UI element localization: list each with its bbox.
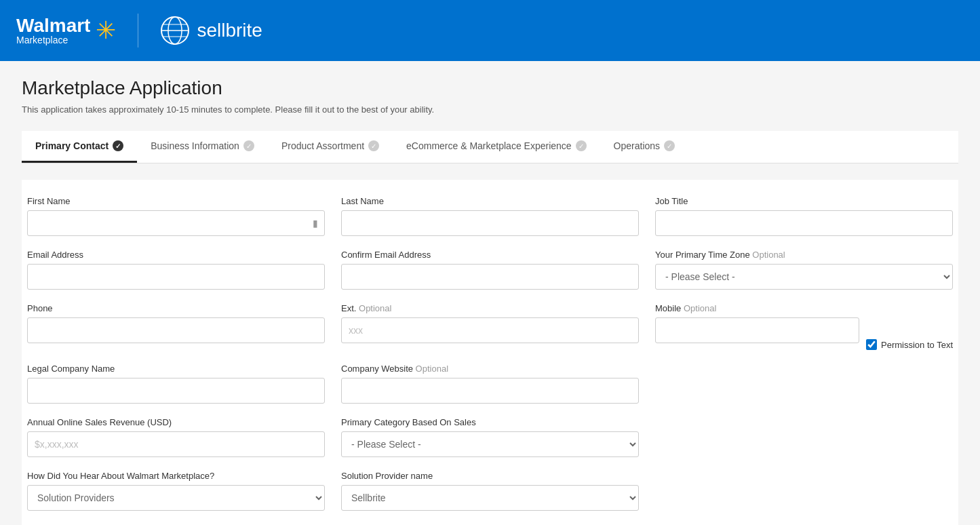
email-group: Email Address xyxy=(27,250,325,290)
timezone-select[interactable]: - Please Select - Eastern Time (ET) Cent… xyxy=(655,264,953,290)
form-row-1: First Name ▮ Last Name Job Title xyxy=(22,196,958,236)
first-name-input[interactable] xyxy=(27,210,325,236)
sellbrite-globe-icon xyxy=(160,16,190,45)
legal-company-input[interactable] xyxy=(27,378,325,404)
company-website-group: Company Website Optional xyxy=(341,364,639,404)
form-row-6: How Did You Hear About Walmart Marketpla… xyxy=(22,471,958,511)
spacer-group-3 xyxy=(655,471,953,511)
annual-revenue-group: Annual Online Sales Revenue (USD) xyxy=(27,417,325,457)
timezone-label: Your Primary Time Zone Optional xyxy=(655,250,953,260)
tab-primary-contact[interactable]: Primary Contact ✓ xyxy=(22,131,137,163)
tab-operations-label: Operations xyxy=(614,140,660,151)
tab-business-information[interactable]: Business Information ✓ xyxy=(137,131,268,163)
permission-to-text-checkbox[interactable] xyxy=(866,339,877,350)
job-title-input[interactable] xyxy=(655,210,953,236)
email-label: Email Address xyxy=(27,250,325,260)
page-subtitle: This application takes approximately 10-… xyxy=(22,104,958,115)
company-website-label: Company Website Optional xyxy=(341,364,639,374)
primary-category-label: Primary Category Based On Sales xyxy=(341,417,639,427)
mobile-group: Mobile Optional Permission to Text xyxy=(655,303,953,350)
solution-provider-select[interactable]: Sellbrite ChannelAdvisor Feedonomics xyxy=(341,485,639,511)
mobile-row: Permission to Text xyxy=(655,317,953,350)
tab-product-assortment-label: Product Assortment xyxy=(281,140,364,151)
walmart-subtitle: Marketplace xyxy=(16,35,68,45)
last-name-input[interactable] xyxy=(341,210,639,236)
timezone-group: Your Primary Time Zone Optional - Please… xyxy=(655,250,953,290)
form-row-5: Annual Online Sales Revenue (USD) Primar… xyxy=(22,417,958,457)
page-title: Marketplace Application xyxy=(22,77,958,99)
confirm-email-label: Confirm Email Address xyxy=(341,250,639,260)
header-divider xyxy=(138,14,138,47)
form-container: First Name ▮ Last Name Job Title Email A… xyxy=(22,180,958,525)
tab-ecommerce-experience-circle: ✓ xyxy=(576,140,587,151)
tab-ecommerce-experience[interactable]: eCommerce & Marketplace Experience ✓ xyxy=(393,131,600,163)
header: Walmart Marketplace ✳ sellbrite xyxy=(0,0,980,61)
primary-category-select[interactable]: - Please Select - Electronics Clothing H… xyxy=(341,431,639,457)
mobile-label: Mobile Optional xyxy=(655,303,953,313)
contact-card-icon: ▮ xyxy=(313,218,318,229)
timezone-optional: Optional xyxy=(752,250,785,260)
tab-ecommerce-experience-label: eCommerce & Marketplace Experience xyxy=(406,140,572,151)
phone-input[interactable] xyxy=(27,317,325,343)
tab-operations-circle: ✓ xyxy=(664,140,675,151)
first-name-label: First Name xyxy=(27,196,325,206)
last-name-group: Last Name xyxy=(341,196,639,236)
solution-provider-label: Solution Provider name xyxy=(341,471,639,481)
spacer-group-2 xyxy=(655,417,953,457)
form-row-4: Legal Company Name Company Website Optio… xyxy=(22,364,958,404)
permission-group: Permission to Text xyxy=(866,317,953,350)
tab-operations[interactable]: Operations ✓ xyxy=(600,131,688,163)
tab-business-information-label: Business Information xyxy=(151,140,239,151)
tabs-container: Primary Contact ✓ Business Information ✓… xyxy=(22,131,958,163)
first-name-group: First Name ▮ xyxy=(27,196,325,236)
tab-business-information-circle: ✓ xyxy=(243,140,254,151)
ext-group: Ext. Optional xyxy=(341,303,639,350)
phone-label: Phone xyxy=(27,303,325,313)
walmart-name: Walmart xyxy=(16,16,90,35)
ext-optional: Optional xyxy=(359,303,391,313)
main-content: Marketplace Application This application… xyxy=(0,61,980,525)
job-title-label: Job Title xyxy=(655,196,953,206)
tab-product-assortment-circle: ✓ xyxy=(368,140,379,151)
tab-product-assortment[interactable]: Product Assortment ✓ xyxy=(268,131,393,163)
sellbrite-name: sellbrite xyxy=(197,20,262,41)
last-name-label: Last Name xyxy=(341,196,639,206)
first-name-input-wrapper: ▮ xyxy=(27,210,325,236)
form-row-3: Phone Ext. Optional Mobile Optional xyxy=(22,303,958,350)
confirm-email-input[interactable] xyxy=(341,264,639,290)
ext-label: Ext. Optional xyxy=(341,303,639,313)
job-title-group: Job Title xyxy=(655,196,953,236)
tab-primary-contact-circle: ✓ xyxy=(113,140,123,151)
sellbrite-logo: sellbrite xyxy=(160,16,262,45)
solution-provider-group: Solution Provider name Sellbrite Channel… xyxy=(341,471,639,511)
spark-icon: ✳ xyxy=(96,16,116,45)
tab-primary-contact-label: Primary Contact xyxy=(35,140,109,151)
company-website-input[interactable] xyxy=(341,378,639,404)
phone-group: Phone xyxy=(27,303,325,350)
ext-input[interactable] xyxy=(341,317,639,343)
legal-company-group: Legal Company Name xyxy=(27,364,325,404)
how-hear-label: How Did You Hear About Walmart Marketpla… xyxy=(27,471,325,481)
company-website-optional: Optional xyxy=(416,364,448,374)
mobile-input[interactable] xyxy=(655,317,859,343)
primary-category-group: Primary Category Based On Sales - Please… xyxy=(341,417,639,457)
walmart-logo: Walmart Marketplace ✳ xyxy=(16,16,116,45)
mobile-optional: Optional xyxy=(684,303,716,313)
legal-company-label: Legal Company Name xyxy=(27,364,325,374)
how-hear-select[interactable]: Solution Providers Search Engine Social … xyxy=(27,485,325,511)
permission-to-text-label: Permission to Text xyxy=(881,340,953,350)
annual-revenue-input[interactable] xyxy=(27,431,325,457)
email-input[interactable] xyxy=(27,264,325,290)
annual-revenue-label: Annual Online Sales Revenue (USD) xyxy=(27,417,325,427)
spacer-group xyxy=(655,364,953,404)
form-row-2: Email Address Confirm Email Address Your… xyxy=(22,250,958,290)
walmart-text: Walmart Marketplace xyxy=(16,16,90,45)
confirm-email-group: Confirm Email Address xyxy=(341,250,639,290)
how-hear-group: How Did You Hear About Walmart Marketpla… xyxy=(27,471,325,511)
